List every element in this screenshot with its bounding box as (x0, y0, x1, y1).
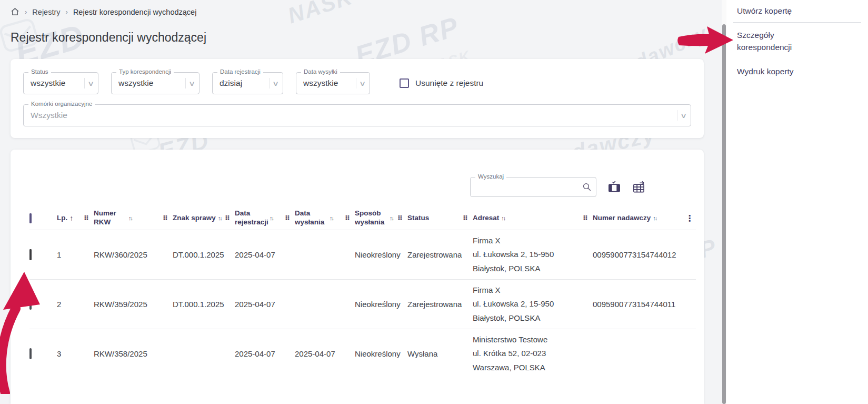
sort-icon[interactable]: ↑↓ (270, 215, 274, 221)
sort-icon[interactable]: ↑↓ (501, 215, 506, 221)
cell-lp: 1 (57, 250, 94, 259)
cell-adresat: Ministerstwo Testowe ul. Krótka 52, 02-0… (473, 333, 593, 375)
drag-handle-icon[interactable]: ⠿ (345, 214, 350, 222)
column-header-adresat[interactable]: Adresat ↑↓ ⠿ (473, 214, 593, 223)
scrollbar-thumb[interactable] (722, 24, 726, 404)
table-row[interactable]: 3 RKW/358/2025 2025-04-07 2025-04-07 Nie… (29, 329, 696, 378)
adresat-line: Białystok, POLSKA (473, 311, 593, 325)
adresat-line: Firma X (473, 234, 593, 248)
sidebar-item-utworz-koperte[interactable]: Utwórz kopertę (737, 5, 792, 17)
cell-data-wyslania: 2025-04-07 (295, 349, 355, 358)
column-label: Sposób wysłania (355, 209, 387, 227)
page-title: Rejestr korespondencji wychodzącej (11, 31, 206, 45)
cell-znak-sprawy: DT.000.1.2025 (173, 300, 235, 309)
drag-handle-icon[interactable]: ⠿ (163, 214, 167, 222)
adresat-line: Warszawa, POLSKA (473, 361, 593, 375)
cell-status: Zarejestrowana (407, 250, 473, 259)
drag-handle-icon[interactable]: ⠿ (84, 214, 88, 222)
column-label: Status (407, 214, 429, 223)
sort-icon[interactable]: ↑↓ (330, 215, 334, 221)
send-date-filter-select[interactable]: Data wysyłki wszystkie ∨ (296, 72, 370, 94)
cell-lp: 3 (57, 349, 94, 358)
table-header-row: Lp. ↑ ⠿ Numer RKW ↑↓ ⠿ Znak sprawy ↑↓ ⠿ (29, 206, 696, 230)
field-separator (269, 78, 270, 88)
drag-handle-icon[interactable]: ⠿ (397, 214, 402, 222)
correspondence-type-filter-value: wszystkie (118, 78, 183, 88)
breadcrumb-current: Rejestr korespondencji wychodzącej (73, 8, 197, 16)
row-checkbox[interactable] (29, 299, 32, 310)
cell-znak-sprawy: DT.000.1.2025 (173, 250, 235, 259)
breadcrumb-separator: › (66, 8, 68, 16)
column-label: Numer nadawczy (593, 214, 651, 223)
column-header-numer-rkw[interactable]: Numer RKW ↑↓ ⠿ (94, 209, 173, 227)
chevron-down-icon[interactable]: ∨ (189, 80, 196, 87)
drag-handle-icon[interactable]: ⠿ (463, 214, 467, 222)
registration-date-filter-select[interactable]: Data rejestracji dzisiaj ∨ (212, 72, 283, 94)
main-content: › Rejestry › Rejestr korespondencji wych… (0, 0, 715, 404)
row-checkbox[interactable] (29, 348, 32, 359)
table-row[interactable]: 2 RKW/359/2025 DT.000.1.2025 2025-04-07 … (29, 279, 696, 329)
column-header-lp[interactable]: Lp. ↑ ⠿ (57, 214, 94, 223)
sidebar-item-wydruk-koperty[interactable]: Wydruk koperty (737, 65, 794, 77)
registration-date-filter-label: Data rejestracji (217, 68, 263, 75)
column-label: Lp. (57, 214, 67, 223)
column-header-znak-sprawy[interactable]: Znak sprawy ↑↓ ⠿ (173, 214, 235, 223)
chevron-down-icon[interactable]: ∨ (88, 80, 95, 87)
breadcrumb-rejestry[interactable]: Rejestry (32, 8, 60, 16)
select-all-checkbox[interactable] (29, 213, 32, 223)
drag-handle-icon[interactable]: ⠿ (285, 214, 290, 222)
adresat-line: Ministerstwo Testowe (473, 333, 593, 347)
column-visibility-icon[interactable] (608, 181, 621, 193)
column-header-data-rejestracji[interactable]: Data rejestracji ↑↓ ⠿ (235, 209, 295, 227)
column-header-status[interactable]: Status ⠿ (407, 214, 473, 223)
column-menu-icon[interactable]: ⋮ (685, 214, 694, 223)
send-date-filter-value: wszystkie (303, 78, 354, 88)
search-label: Wyszukaj (475, 173, 506, 180)
column-header-numer-nadawczy[interactable]: Numer nadawczy ↑↓ (593, 214, 683, 223)
search-field[interactable]: Wyszukaj (470, 177, 596, 197)
sort-icon[interactable]: ↑↓ (128, 215, 133, 221)
cell-data-rejestracji: 2025-04-07 (235, 349, 295, 358)
sort-icon[interactable]: ↑↓ (653, 215, 657, 221)
cell-numer-nadawczy: 0095900773154744012 (593, 250, 683, 259)
sort-icon[interactable]: ↑↓ (390, 215, 394, 221)
filter-panel: Status wszystkie ∨ Typ korespondencji ws… (11, 59, 704, 138)
column-header-sposob-wyslania[interactable]: Sposób wysłania ↑↓ ⠿ (355, 209, 407, 227)
home-icon[interactable] (11, 7, 19, 16)
adresat-line: ul. Krótka 52, 02-023 (473, 347, 593, 360)
status-filter-select[interactable]: Status wszystkie ∨ (23, 72, 98, 94)
export-table-icon[interactable] (633, 181, 646, 193)
cell-adresat: Firma X ul. Łukowska 2, 15-950 Białystok… (473, 283, 593, 325)
correspondence-type-filter-select[interactable]: Typ korespondencji wszystkie ∨ (111, 72, 199, 94)
column-label: Adresat (473, 214, 499, 223)
chevron-down-icon[interactable]: ∨ (681, 112, 687, 119)
row-checkbox[interactable] (29, 249, 32, 260)
cell-numer-nadawczy: 0095900773154744011 (593, 300, 683, 309)
cell-numer-rkw: RKW/360/2025 (94, 250, 173, 259)
removed-from-register-label: Usunięte z rejestru (415, 78, 483, 88)
column-label: Znak sprawy (173, 214, 216, 223)
adresat-line: ul. Łukowska 2, 15-950 (473, 297, 593, 311)
app-window: EZD NASK EZD RP NASK Instytut Badawczy N… (0, 0, 868, 404)
send-date-filter-label: Data wysyłki (301, 68, 340, 75)
register-table-panel: Wyszukaj (11, 150, 704, 404)
organizational-units-select[interactable]: Komórki organizacyjne Wszystkie ∨ (23, 104, 691, 126)
sort-icon[interactable]: ↑↓ (218, 215, 223, 221)
table-row[interactable]: 1 RKW/360/2025 DT.000.1.2025 2025-04-07 … (29, 230, 696, 279)
drag-handle-icon[interactable]: ⠿ (225, 214, 230, 222)
adresat-line: ul. Łukowska 2, 15-950 (473, 248, 593, 261)
field-separator (356, 78, 356, 88)
sidebar-item-szczegoly-korespondencji[interactable]: Szczegóły korespondencji (737, 29, 805, 54)
chevron-down-icon[interactable]: ∨ (273, 80, 280, 87)
removed-from-register-checkbox[interactable] (400, 78, 409, 88)
cell-sposob-wyslania: Nieokreślony (355, 300, 407, 309)
action-sidebar: Utwórz kopertę Szczegóły korespondencji … (726, 0, 868, 404)
search-icon[interactable] (582, 182, 592, 192)
cell-sposob-wyslania: Nieokreślony (355, 250, 407, 259)
chevron-down-icon[interactable]: ∨ (360, 80, 366, 87)
sort-asc-icon[interactable]: ↑ (69, 214, 74, 222)
organizational-units-label: Komórki organizacyjne (28, 101, 95, 107)
drag-handle-icon[interactable]: ⠿ (583, 214, 587, 222)
column-header-data-wyslania[interactable]: Data wysłania ↑↓ ⠿ (295, 209, 355, 227)
column-label: Data wysłania (295, 209, 327, 227)
